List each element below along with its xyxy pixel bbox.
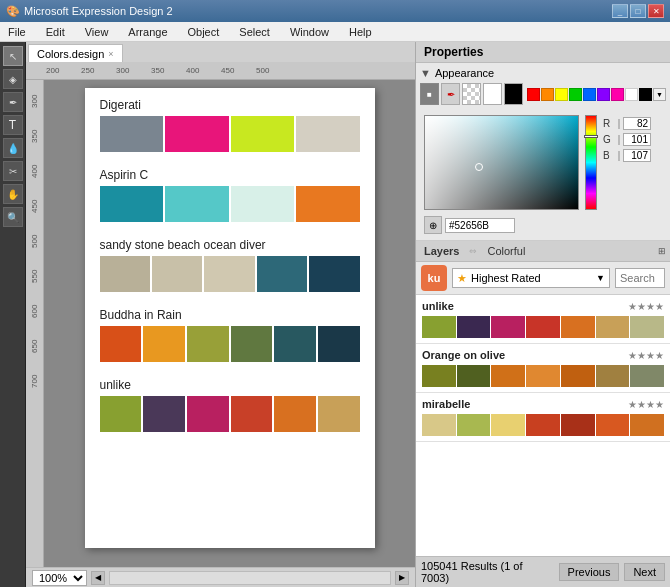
palette-swatches xyxy=(100,326,360,362)
palette-sandy-stone: sandy stone beach ocean diver xyxy=(100,238,360,292)
eyedropper-tool[interactable]: 💧 xyxy=(3,138,23,158)
stroke-button[interactable]: ✒ xyxy=(441,83,460,105)
color-swatch[interactable] xyxy=(639,88,652,101)
pen-tool[interactable]: ✒ xyxy=(3,92,23,112)
swatch xyxy=(204,256,254,292)
color-swatch[interactable] xyxy=(625,88,638,101)
blue-row: B xyxy=(603,149,651,162)
black-button[interactable] xyxy=(504,83,523,105)
hue-strip[interactable] xyxy=(585,115,597,210)
ruler-tick: 200 xyxy=(46,66,81,75)
menu-view[interactable]: View xyxy=(81,24,113,40)
color-picker-area: R G B xyxy=(420,111,666,214)
color-swatch[interactable] xyxy=(583,88,596,101)
g-bar[interactable] xyxy=(618,135,620,145)
menu-arrange[interactable]: Arrange xyxy=(124,24,171,40)
white-button[interactable] xyxy=(483,83,502,105)
ruler-tick: 350 xyxy=(151,66,186,75)
color-gradient[interactable] xyxy=(424,115,579,210)
swatch xyxy=(231,186,295,222)
text-tool[interactable]: T xyxy=(3,115,23,135)
palette-swatches xyxy=(100,186,360,222)
fill-button[interactable]: ■ xyxy=(420,83,439,105)
p-swatch xyxy=(561,414,595,436)
color-swatch[interactable] xyxy=(527,88,540,101)
colorful-tab[interactable]: Colorful xyxy=(483,243,529,259)
palette-item-name: Orange on olive xyxy=(422,349,628,361)
r-bar[interactable] xyxy=(618,119,620,129)
next-button[interactable]: Next xyxy=(624,563,665,581)
color-swatch[interactable] xyxy=(597,88,610,101)
palette-item-swatches xyxy=(422,316,664,338)
palette-item-unlike: unlike ★★★★ xyxy=(416,295,670,344)
g-input[interactable] xyxy=(623,133,651,146)
select-tool[interactable]: ↖ xyxy=(3,46,23,66)
previous-button[interactable]: Previous xyxy=(559,563,620,581)
filter-label: Highest Rated xyxy=(471,272,541,284)
scissors-tool[interactable]: ✂ xyxy=(3,161,23,181)
palette-item-stars: ★★★★ xyxy=(628,350,664,361)
v-ruler: 300 350 400 450 500 550 600 650 700 xyxy=(26,80,44,567)
tab-close-button[interactable]: × xyxy=(108,49,113,59)
filter-dropdown[interactable]: ★ Highest Rated ▼ xyxy=(452,268,610,288)
p-swatch xyxy=(457,365,491,387)
palette-list: unlike ★★★★ O xyxy=(416,295,670,556)
b-label: B xyxy=(603,150,615,161)
checker-button[interactable] xyxy=(462,83,481,105)
node-tool[interactable]: ◈ xyxy=(3,69,23,89)
dropdown-arrow-icon: ▼ xyxy=(596,273,605,283)
menu-file[interactable]: File xyxy=(4,24,30,40)
scroll-right-btn[interactable]: ▶ xyxy=(395,571,409,585)
close-button[interactable]: ✕ xyxy=(648,4,664,18)
v-ruler-tick: 300 xyxy=(30,84,39,119)
menu-edit[interactable]: Edit xyxy=(42,24,69,40)
appearance-section: ▼ Appearance ■ ✒ xyxy=(416,63,670,241)
hex-input[interactable] xyxy=(445,218,515,233)
v-ruler-tick: 600 xyxy=(30,294,39,329)
restore-button[interactable]: □ xyxy=(630,4,646,18)
menu-object[interactable]: Object xyxy=(184,24,224,40)
r-input[interactable] xyxy=(623,117,651,130)
color-swatch[interactable] xyxy=(611,88,624,101)
design-canvas: Digerati Aspirin C xyxy=(85,88,375,548)
zoom-select[interactable]: 100% 50% 200% xyxy=(32,570,87,586)
p-swatch xyxy=(422,365,456,387)
minimize-button[interactable]: _ xyxy=(612,4,628,18)
color-swatch[interactable] xyxy=(541,88,554,101)
search-input[interactable] xyxy=(615,268,665,288)
palette-item-swatches xyxy=(422,365,664,387)
menu-bar: File Edit View Arrange Object Select Win… xyxy=(0,22,670,42)
panel-title: Properties xyxy=(416,42,670,63)
scroll-left-btn[interactable]: ◀ xyxy=(91,571,105,585)
eyedropper-button[interactable]: ⊕ xyxy=(424,216,442,234)
color-swatch[interactable] xyxy=(569,88,582,101)
zoom-tool[interactable]: 🔍 xyxy=(3,207,23,227)
filter-star: ★ xyxy=(457,272,467,285)
palette-item-header: Orange on olive ★★★★ xyxy=(422,349,664,361)
menu-window[interactable]: Window xyxy=(286,24,333,40)
h-scrollbar[interactable] xyxy=(109,571,391,585)
swatch xyxy=(165,116,229,152)
hand-tool[interactable]: ✋ xyxy=(3,184,23,204)
left-toolbar: ↖ ◈ ✒ T 💧 ✂ ✋ 🔍 xyxy=(0,42,26,587)
palette-name: Buddha in Rain xyxy=(100,308,360,322)
b-input[interactable] xyxy=(623,149,651,162)
p-swatch xyxy=(422,316,456,338)
swatch xyxy=(257,256,307,292)
p-swatch xyxy=(457,316,491,338)
palette-item-mirabelle: mirabelle ★★★★ xyxy=(416,393,670,442)
color-swatch[interactable] xyxy=(555,88,568,101)
tab-bar: Colors.design × xyxy=(26,42,415,62)
menu-help[interactable]: Help xyxy=(345,24,376,40)
p-swatch xyxy=(596,365,630,387)
canvas-content: Digerati Aspirin C xyxy=(44,80,415,567)
more-colors-button[interactable]: ▼ xyxy=(653,88,666,101)
colors-design-tab[interactable]: Colors.design × xyxy=(28,44,123,62)
palette-name: sandy stone beach ocean diver xyxy=(100,238,360,252)
menu-select[interactable]: Select xyxy=(235,24,274,40)
p-swatch xyxy=(491,316,525,338)
kuler-logo: ku xyxy=(421,265,447,291)
panel-expand-button[interactable]: ⊞ xyxy=(658,246,666,256)
b-bar[interactable] xyxy=(618,151,620,161)
layers-tab[interactable]: Layers xyxy=(420,243,463,259)
